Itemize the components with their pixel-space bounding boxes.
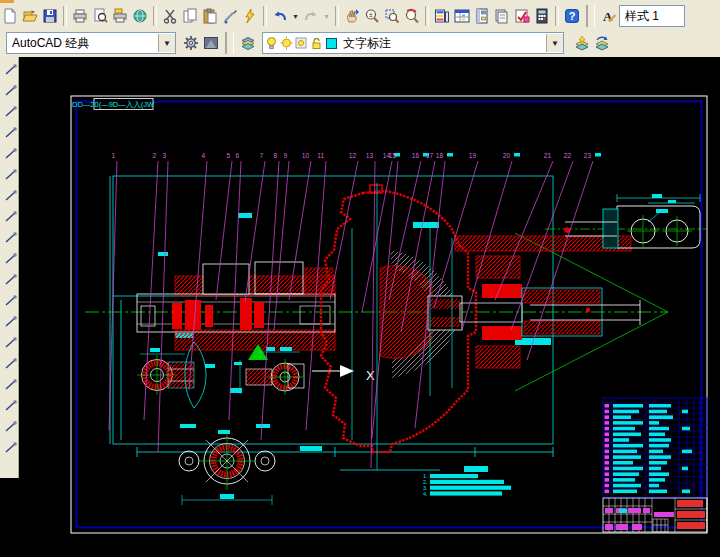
- layer-properties-manager-icon[interactable]: [238, 33, 258, 53]
- layer-color-swatch[interactable]: [325, 36, 338, 50]
- publish-icon[interactable]: [110, 6, 130, 26]
- sheet-set-manager-icon[interactable]: [492, 6, 512, 26]
- paste-icon[interactable]: [200, 6, 220, 26]
- svg-text:6: 6: [235, 152, 239, 159]
- etransmit-globe-icon[interactable]: [130, 6, 150, 26]
- save-icon[interactable]: [40, 6, 60, 26]
- svg-text:21: 21: [544, 152, 552, 159]
- new-icon[interactable]: [0, 6, 20, 26]
- plot-icon[interactable]: [70, 6, 90, 26]
- separator: [425, 6, 429, 26]
- cut-icon[interactable]: [160, 6, 180, 26]
- layer-vp-thaw-icon[interactable]: [295, 36, 308, 50]
- svg-text:15: 15: [389, 152, 397, 159]
- markup-set-manager-icon[interactable]: [512, 6, 532, 26]
- detail-eyelet-a: [137, 342, 215, 408]
- draw-table-icon[interactable]: [5, 418, 18, 434]
- redo-dropdown-icon[interactable]: ▼: [321, 7, 332, 25]
- match-properties-icon[interactable]: [220, 6, 240, 26]
- draw-gradient-icon[interactable]: [5, 376, 18, 392]
- workspace-combo[interactable]: AutoCAD 经典 ▼: [6, 32, 176, 54]
- svg-text:12: 12: [349, 152, 357, 159]
- svg-text:?: ?: [569, 10, 576, 22]
- draw-point-icon[interactable]: [5, 334, 18, 350]
- layer-unlock-icon[interactable]: [310, 36, 323, 50]
- draw-hatch-icon[interactable]: [5, 355, 18, 371]
- workspace-layers-toolbar: AutoCAD 经典 ▼ 文字标注 ▼: [0, 29, 720, 58]
- text-style-combo[interactable]: 样式 1: [619, 5, 685, 27]
- bom-table: [603, 398, 707, 497]
- svg-text:7: 7: [259, 152, 263, 159]
- draw-ellipse-arc-icon[interactable]: [5, 271, 18, 287]
- quickcalc-icon[interactable]: [532, 6, 552, 26]
- draw-polygon-icon[interactable]: [5, 124, 18, 140]
- svg-text:A: A: [603, 9, 613, 24]
- layer-combo[interactable]: 文字标注 ▼: [262, 32, 564, 54]
- undo-icon[interactable]: [270, 6, 290, 26]
- workspace-value: AutoCAD 经典: [7, 35, 89, 52]
- part-callouts: 1234567891011121314151617181920212223: [109, 152, 601, 468]
- layer-thaw-sun-icon[interactable]: [280, 36, 293, 50]
- zoom-realtime-icon[interactable]: ±: [362, 6, 382, 26]
- draw-rectangle-icon[interactable]: [5, 145, 18, 161]
- layer-name: 文字标注: [338, 35, 391, 52]
- toolbar-grip[interactable]: [225, 32, 234, 54]
- text-style-icon[interactable]: A: [599, 6, 619, 26]
- designcenter-icon[interactable]: [452, 6, 472, 26]
- layer-on-bulb-icon[interactable]: [265, 36, 278, 50]
- draw-line-icon[interactable]: [5, 61, 18, 77]
- svg-text:4: 4: [201, 152, 205, 159]
- svg-text:1: 1: [111, 152, 115, 159]
- draw-revision-cloud-icon[interactable]: [5, 208, 18, 224]
- pan-realtime-icon[interactable]: [342, 6, 362, 26]
- zoom-window-icon[interactable]: [382, 6, 402, 26]
- draw-multiline-text-icon[interactable]: [5, 439, 18, 455]
- properties-palette-icon[interactable]: [432, 6, 452, 26]
- layer-dropdown-icon[interactable]: ▼: [546, 34, 563, 52]
- draw-make-block-icon[interactable]: [5, 313, 18, 329]
- help-icon[interactable]: ?: [562, 6, 582, 26]
- cad-drawing[interactable]: DD—20(—9D—入入(JW: [0, 57, 720, 557]
- plot-preview-icon[interactable]: [90, 6, 110, 26]
- layer-previous-icon[interactable]: [592, 33, 612, 53]
- draw-polyline-icon[interactable]: [5, 103, 18, 119]
- svg-text:3: 3: [162, 152, 166, 159]
- undo-dropdown-icon[interactable]: ▼: [290, 7, 301, 25]
- workspace-dropdown-icon[interactable]: ▼: [158, 34, 175, 52]
- copy-icon[interactable]: [180, 6, 200, 26]
- my-workspace-icon[interactable]: [201, 33, 221, 53]
- svg-text:X: X: [366, 368, 375, 383]
- drawing-canvas-area[interactable]: DD—20(—9D—入入(JW: [0, 57, 720, 557]
- toolbar-grip[interactable]: [586, 5, 595, 27]
- draw-circle-icon[interactable]: [5, 187, 18, 203]
- zoom-previous-icon[interactable]: [402, 6, 422, 26]
- draw-region-icon[interactable]: [5, 397, 18, 413]
- tool-palettes-icon[interactable]: [472, 6, 492, 26]
- text-style-value: 样式 1: [620, 8, 659, 25]
- redo-icon[interactable]: [301, 6, 321, 26]
- svg-text:17: 17: [426, 152, 434, 159]
- tech-notes: 1.2.3.4.: [423, 466, 511, 497]
- make-object-layer-current-icon[interactable]: [572, 33, 592, 53]
- svg-text:10: 10: [302, 152, 310, 159]
- separator: [555, 6, 559, 26]
- svg-text:18: 18: [436, 152, 444, 159]
- autocad-window: ▼ ▼ ± ? A 样式 1 AutoCAD 经典 ▼: [0, 0, 720, 557]
- separator: [63, 6, 67, 26]
- svg-text:DD—20(—9D—入入(JW: DD—20(—9D—入入(JW: [72, 100, 155, 109]
- workspace-settings-gear-icon[interactable]: [181, 33, 201, 53]
- draw-spline-icon[interactable]: [5, 229, 18, 245]
- block-editor-icon[interactable]: [240, 6, 260, 26]
- draw-arc-icon[interactable]: [5, 166, 18, 182]
- draw-construction-line-icon[interactable]: [5, 82, 18, 98]
- svg-text:2: 2: [152, 152, 156, 159]
- svg-text:4.: 4.: [423, 491, 428, 497]
- draw-ellipse-icon[interactable]: [5, 250, 18, 266]
- svg-text:22: 22: [564, 152, 572, 159]
- open-icon[interactable]: [20, 6, 40, 26]
- output-assembly: [455, 236, 640, 368]
- detail-flange: [179, 424, 275, 505]
- detail-eyelet-b: [234, 347, 304, 395]
- draw-insert-block-icon[interactable]: [5, 292, 18, 308]
- svg-text:19: 19: [469, 152, 477, 159]
